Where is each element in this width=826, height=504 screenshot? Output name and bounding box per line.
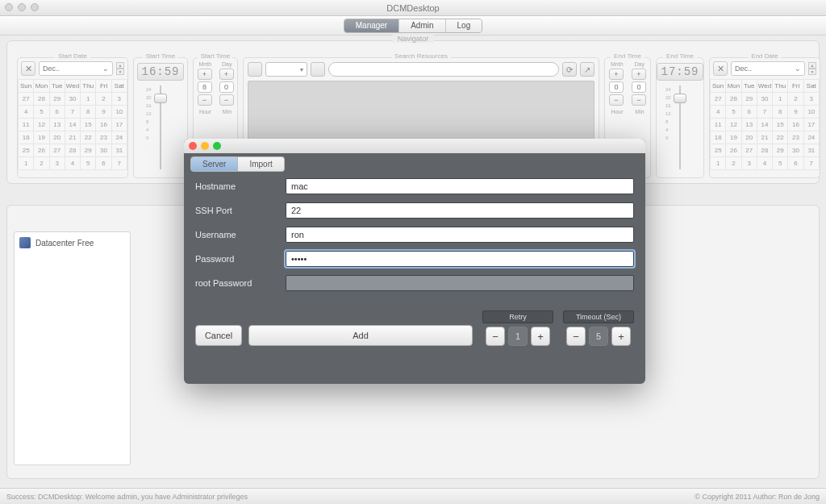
start-date-year-up[interactable]: ▲ bbox=[116, 62, 124, 69]
st-month-plus[interactable]: + bbox=[198, 69, 212, 80]
username-input[interactable] bbox=[286, 227, 634, 243]
retry-label: Retry bbox=[482, 310, 553, 323]
navigator-title: Navigator bbox=[393, 35, 434, 43]
start-time-slider[interactable]: 24201612840 bbox=[144, 85, 177, 169]
st-day-val: 0 bbox=[219, 81, 234, 93]
start-time2-title: Start Time bbox=[198, 52, 233, 60]
search-refresh-icon[interactable]: ⟳ bbox=[562, 62, 577, 77]
end-time-display: 17:59 bbox=[657, 63, 703, 81]
dialog-titlebar bbox=[184, 139, 645, 153]
hostname-label: Hostname bbox=[195, 181, 286, 191]
dialog-minimize-icon[interactable] bbox=[201, 142, 209, 150]
status-left: Success: DCMDesktop: Welcome admin, you … bbox=[6, 493, 248, 501]
sshport-label: SSH Port bbox=[195, 206, 286, 215]
end-date-month-select[interactable]: Dec..⌄ bbox=[731, 61, 805, 76]
tab-admin[interactable]: Admin bbox=[399, 19, 445, 32]
end-time2-title: End Time bbox=[663, 52, 697, 60]
retry-value: 1 bbox=[508, 327, 528, 346]
start-time-title: Start Time bbox=[143, 52, 178, 60]
timeout-plus[interactable]: + bbox=[611, 327, 631, 346]
tab-server[interactable]: Server bbox=[190, 156, 238, 172]
retry-group: Retry − 1 + bbox=[482, 310, 553, 346]
et-month-plus[interactable]: + bbox=[609, 69, 624, 80]
server-dialog: Server Import Hostname SSH Port Username… bbox=[184, 139, 645, 384]
start-date-calendar[interactable]: SunMonTueWedThuFriSat2728293012345678910… bbox=[18, 79, 127, 170]
tree-item-label: Datacenter Free bbox=[35, 239, 94, 248]
search-input[interactable] bbox=[328, 62, 559, 77]
end-date-clear[interactable]: ✕ bbox=[713, 61, 728, 76]
end-date-year-down[interactable]: ▼ bbox=[808, 69, 816, 75]
start-time-lcd-panel: Start Time 16:59 24201612840 bbox=[133, 57, 188, 178]
hostname-input[interactable] bbox=[286, 178, 634, 194]
tab-import[interactable]: Import bbox=[238, 156, 284, 172]
tab-manager[interactable]: Manager bbox=[344, 19, 399, 32]
start-date-month-select[interactable]: Dec..⌄ bbox=[39, 61, 113, 76]
start-time-display: 16:59 bbox=[137, 63, 184, 81]
rootpassword-label: root Password bbox=[195, 278, 286, 288]
rootpassword-input[interactable] bbox=[286, 275, 634, 291]
start-date-title: Start Date bbox=[55, 52, 90, 60]
minimize-window-icon[interactable] bbox=[18, 3, 26, 11]
search-type-select[interactable]: ▾ bbox=[265, 62, 307, 77]
retry-minus[interactable]: − bbox=[486, 327, 505, 346]
dialog-zoom-icon[interactable] bbox=[213, 142, 221, 150]
timeout-minus[interactable]: − bbox=[566, 327, 586, 346]
end-date-title: End Date bbox=[748, 52, 781, 60]
end-date-year-up[interactable]: ▲ bbox=[808, 62, 816, 69]
search-filter-b[interactable] bbox=[311, 62, 325, 77]
end-time-lcd-panel: End Time 17:59 24201612840 bbox=[656, 57, 704, 178]
et-month-minus[interactable]: − bbox=[609, 94, 624, 106]
zoom-window-icon[interactable] bbox=[31, 3, 39, 11]
status-right: © Copyright 2011 Author: Ron de Jong bbox=[695, 493, 820, 501]
end-time1-title: End Time bbox=[611, 52, 645, 60]
main-tabs-row: Manager Admin Log bbox=[0, 16, 826, 35]
tab-log[interactable]: Log bbox=[446, 19, 482, 32]
search-filter-a[interactable] bbox=[248, 62, 262, 77]
window-titlebar: DCMDesktop bbox=[0, 0, 826, 16]
et-day-plus[interactable]: + bbox=[632, 69, 646, 80]
password-label: Password bbox=[195, 254, 286, 264]
password-input[interactable] bbox=[286, 251, 634, 267]
main-area: Navigator Start Date ✕ Dec..⌄ ▲▼ SunMonT… bbox=[0, 35, 826, 488]
search-title: Search Resources bbox=[391, 52, 451, 60]
window-title: DCMDesktop bbox=[0, 3, 826, 13]
datacenter-icon bbox=[19, 237, 31, 248]
retry-plus[interactable]: + bbox=[531, 327, 550, 346]
close-window-icon[interactable] bbox=[5, 3, 13, 11]
add-button[interactable]: Add bbox=[248, 325, 473, 346]
end-date-panel: End Date ✕ Dec..⌄ ▲▼ SunMonTueWedThuFriS… bbox=[709, 57, 820, 178]
start-date-year-down[interactable]: ▼ bbox=[116, 69, 124, 75]
et-day-val: 0 bbox=[632, 81, 646, 93]
sshport-input[interactable] bbox=[286, 202, 634, 219]
start-date-panel: Start Date ✕ Dec..⌄ ▲▼ SunMonTueWedThuFr… bbox=[17, 57, 128, 178]
start-date-clear[interactable]: ✕ bbox=[21, 61, 35, 76]
et-month-val: 0 bbox=[609, 81, 624, 93]
st-day-minus[interactable]: − bbox=[219, 94, 234, 106]
main-tabs: Manager Admin Log bbox=[344, 19, 483, 33]
tree-body: Datacenter Free bbox=[14, 231, 131, 465]
end-time-slider[interactable]: 24201612840 bbox=[664, 85, 696, 169]
st-day-plus[interactable]: + bbox=[219, 69, 234, 80]
timeout-label: Timeout (Sec) bbox=[563, 310, 634, 323]
dialog-close-icon[interactable] bbox=[189, 142, 197, 150]
username-label: Username bbox=[195, 230, 286, 240]
st-month-val: 8 bbox=[198, 81, 212, 93]
cancel-button[interactable]: Cancel bbox=[195, 325, 242, 346]
tree-item[interactable]: Datacenter Free bbox=[19, 237, 125, 248]
et-day-minus[interactable]: − bbox=[632, 94, 646, 106]
status-bar: Success: DCMDesktop: Welcome admin, you … bbox=[0, 488, 826, 504]
server-form: Hostname SSH Port Username Password root… bbox=[184, 172, 645, 291]
end-date-calendar[interactable]: SunMonTueWedThuFriSat2728293012345678910… bbox=[710, 79, 820, 170]
dialog-bottom-row: Cancel Add Retry − 1 + Timeout (Sec) − 5… bbox=[184, 299, 645, 346]
dialog-tabs: Server Import bbox=[184, 153, 645, 172]
timeout-value: 5 bbox=[589, 327, 608, 346]
timeout-group: Timeout (Sec) − 5 + bbox=[563, 310, 634, 346]
st-month-minus[interactable]: − bbox=[198, 94, 212, 106]
search-run-icon[interactable]: ↗ bbox=[580, 62, 594, 77]
